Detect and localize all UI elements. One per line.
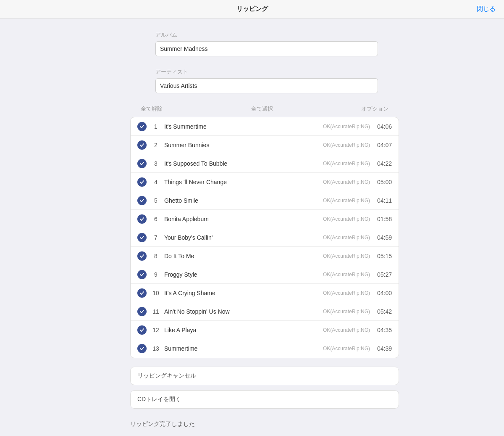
track-title: Do It To Me (164, 253, 323, 259)
track-status: OK(AccurateRip:NG) (323, 198, 370, 203)
track-number: 9 (150, 271, 162, 278)
status-text: リッピング完了しました (130, 420, 399, 428)
track-title: Like A Playa (164, 327, 323, 333)
track-number: 4 (150, 179, 162, 185)
track-number: 3 (150, 160, 162, 167)
track-status: OK(AccurateRip:NG) (323, 272, 370, 277)
track-title: Summertime (164, 345, 323, 352)
track-duration: 04:00 (375, 290, 392, 296)
album-label: アルバム (155, 31, 378, 39)
fields-col: アルバム アーティスト (155, 31, 378, 99)
track-status: OK(AccurateRip:NG) (323, 346, 370, 351)
track-status: OK(AccurateRip:NG) (323, 142, 370, 148)
track-row[interactable]: 11 Ain't No Stoppin' Us Now OK(AccurateR… (131, 302, 399, 321)
track-title: Things 'll Never Change (164, 179, 323, 185)
main-content: アルバム アーティスト 全て解除 全て選択 オプション 1 It's Summe… (0, 18, 504, 436)
page-title: リッピング (236, 5, 268, 13)
select-all-button[interactable]: 全て選択 (251, 105, 273, 113)
album-input[interactable] (155, 41, 378, 56)
track-number: 7 (150, 234, 162, 241)
artist-label: アーティスト (155, 68, 378, 76)
check-icon (137, 140, 147, 150)
track-row[interactable]: 12 Like A Playa OK(AccurateRip:NG) 04:35 (131, 321, 399, 339)
track-number: 8 (150, 253, 162, 259)
track-status: OK(AccurateRip:NG) (323, 327, 370, 333)
check-icon (137, 325, 147, 335)
close-button[interactable]: 閉じる (477, 5, 496, 13)
track-row[interactable]: 8 Do It To Me OK(AccurateRip:NG) 05:15 (131, 247, 399, 265)
track-duration: 05:00 (375, 179, 392, 185)
top-bar: リッピング 閉じる (0, 0, 504, 18)
track-title: Froggy Style (164, 271, 323, 278)
track-title: Ain't No Stoppin' Us Now (164, 308, 323, 315)
track-duration: 04:11 (375, 197, 392, 204)
check-icon (137, 122, 147, 131)
track-title: It's A Crying Shame (164, 290, 323, 296)
check-icon (137, 196, 147, 205)
check-icon (137, 177, 147, 187)
track-duration: 01:58 (375, 216, 392, 222)
album-field-group: アルバム (155, 31, 378, 56)
track-row[interactable]: 7 Your Boby's Callin' OK(AccurateRip:NG)… (131, 228, 399, 247)
track-duration: 04:22 (375, 160, 392, 167)
track-row[interactable]: 3 It's Supposed To Bubble OK(AccurateRip… (131, 154, 399, 173)
track-status: OK(AccurateRip:NG) (323, 290, 370, 296)
track-duration: 04:39 (375, 345, 392, 352)
cancel-rip-button[interactable]: リッピングキャンセル (130, 367, 399, 385)
track-row[interactable]: 9 Froggy Style OK(AccurateRip:NG) 05:27 (131, 265, 399, 284)
tracks-container: 1 It's Summertime OK(AccurateRip:NG) 04:… (130, 117, 399, 358)
track-duration: 05:42 (375, 308, 392, 315)
track-title: It's Supposed To Bubble (164, 160, 323, 167)
deselect-all-button[interactable]: 全て解除 (141, 105, 163, 113)
check-icon (137, 307, 147, 316)
track-row[interactable]: 4 Things 'll Never Change OK(AccurateRip… (131, 173, 399, 191)
track-row[interactable]: 13 Summertime OK(AccurateRip:NG) 04:39 (131, 339, 399, 358)
track-number: 10 (150, 290, 162, 296)
check-icon (137, 270, 147, 279)
track-status: OK(AccurateRip:NG) (323, 161, 370, 166)
track-row[interactable]: 5 Ghetto Smile OK(AccurateRip:NG) 04:11 (131, 191, 399, 210)
track-title: Bonita Applebum (164, 216, 323, 222)
options-button[interactable]: オプション (361, 105, 388, 113)
track-status: OK(AccurateRip:NG) (323, 124, 370, 129)
track-status: OK(AccurateRip:NG) (323, 216, 370, 222)
track-number: 13 (150, 345, 162, 352)
track-title: Ghetto Smile (164, 197, 323, 204)
artist-input[interactable] (155, 78, 378, 93)
track-title: It's Summertime (164, 123, 323, 130)
track-row[interactable]: 1 It's Summertime OK(AccurateRip:NG) 04:… (131, 117, 399, 136)
track-number: 5 (150, 197, 162, 204)
check-icon (137, 214, 147, 224)
check-icon (137, 233, 147, 242)
track-row[interactable]: 10 It's A Crying Shame OK(AccurateRip:NG… (131, 284, 399, 302)
track-number: 1 (150, 123, 162, 130)
button-section: リッピングキャンセル CDトレイを開く (130, 367, 399, 414)
track-number: 11 (150, 308, 162, 315)
track-number: 6 (150, 216, 162, 222)
track-status: OK(AccurateRip:NG) (323, 235, 370, 240)
track-duration: 04:35 (375, 327, 392, 333)
track-status: OK(AccurateRip:NG) (323, 179, 370, 185)
track-duration: 04:07 (375, 142, 392, 148)
track-title: Your Boby's Callin' (164, 234, 323, 241)
check-icon (137, 288, 147, 298)
check-icon (137, 251, 147, 261)
track-duration: 04:06 (375, 123, 392, 130)
track-duration: 05:27 (375, 271, 392, 278)
open-tray-button[interactable]: CDトレイを開く (130, 390, 399, 409)
track-title: Summer Bunnies (164, 142, 323, 148)
track-number: 12 (150, 327, 162, 333)
track-status: OK(AccurateRip:NG) (323, 253, 370, 259)
track-duration: 04:59 (375, 234, 392, 241)
action-row: 全て解除 全て選択 オプション (141, 105, 388, 113)
track-row[interactable]: 6 Bonita Applebum OK(AccurateRip:NG) 01:… (131, 210, 399, 228)
check-icon (137, 344, 147, 353)
artist-field-group: アーティスト (155, 68, 378, 93)
edit-label (130, 31, 155, 34)
check-icon (137, 159, 147, 168)
track-number: 2 (150, 142, 162, 148)
track-duration: 05:15 (375, 253, 392, 259)
track-row[interactable]: 2 Summer Bunnies OK(AccurateRip:NG) 04:0… (131, 136, 399, 154)
track-status: OK(AccurateRip:NG) (323, 309, 370, 314)
